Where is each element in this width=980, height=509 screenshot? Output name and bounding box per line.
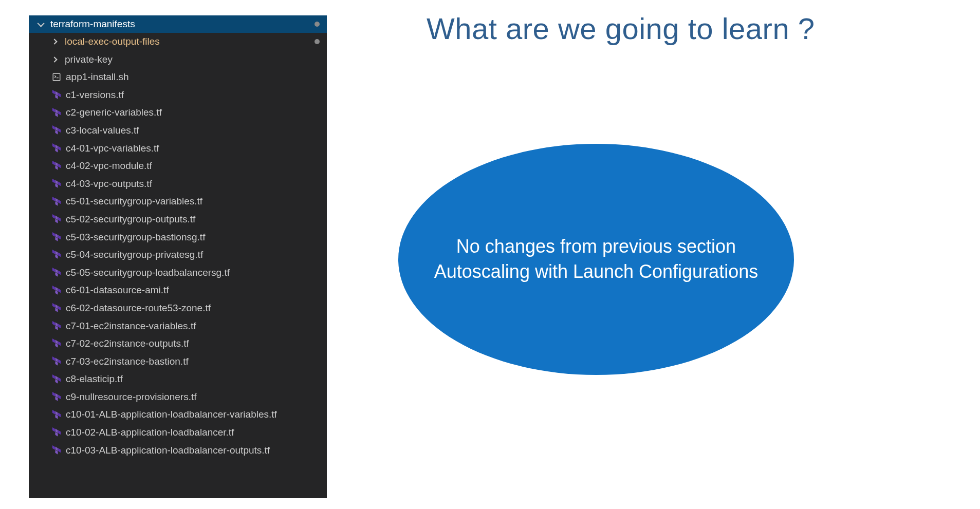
terraform-icon <box>51 214 62 224</box>
terraform-icon <box>51 108 62 118</box>
chevron-right-icon <box>51 56 57 62</box>
terraform-icon <box>51 161 62 171</box>
terraform-icon <box>51 90 62 100</box>
file-item[interactable]: c7-01-ec2instance-variables.tf <box>29 317 327 335</box>
svg-rect-0 <box>53 74 60 81</box>
file-item[interactable]: c7-03-ec2instance-bastion.tf <box>29 353 327 371</box>
file-item[interactable]: c5-03-securitygroup-bastionsg.tf <box>29 229 327 247</box>
terraform-icon <box>51 303 62 313</box>
terraform-icon <box>51 232 62 242</box>
terraform-icon <box>51 374 62 385</box>
file-label: app1-install.sh <box>66 70 129 84</box>
file-label: c4-03-vpc-outputs.tf <box>66 177 152 191</box>
file-label: c10-02-ALB-application-loadbalancer.tf <box>66 426 234 440</box>
file-label: c4-01-vpc-variables.tf <box>66 142 159 156</box>
ellipse-text-line2: Autoscaling with Launch Configurations <box>434 259 758 285</box>
file-label: c3-local-values.tf <box>66 124 139 138</box>
terraform-icon <box>51 179 62 189</box>
file-item[interactable]: c5-05-securitygroup-loadbalancersg.tf <box>29 264 327 282</box>
file-label: c6-01-datasource-ami.tf <box>66 284 169 297</box>
file-label: c7-01-ec2instance-variables.tf <box>66 319 196 333</box>
file-label: c7-03-ec2instance-bastion.tf <box>66 355 189 369</box>
file-label: c5-02-securitygroup-outputs.tf <box>66 213 195 227</box>
terraform-icon <box>51 268 62 278</box>
terraform-icon <box>51 143 62 154</box>
file-item[interactable]: c2-generic-variables.tf <box>29 104 327 122</box>
file-label: c2-generic-variables.tf <box>66 106 162 120</box>
slide-heading: What are we going to learn ? <box>427 11 815 46</box>
file-item[interactable]: c9-nullresource-provisioners.tf <box>29 388 327 406</box>
terraform-icon <box>51 338 62 349</box>
file-item[interactable]: c7-02-ec2instance-outputs.tf <box>29 335 327 353</box>
file-label: c5-04-securitygroup-privatesg.tf <box>66 248 203 262</box>
file-label: c5-05-securitygroup-loadbalancersg.tf <box>66 266 230 280</box>
file-item[interactable]: c5-01-securitygroup-variables.tf <box>29 193 327 211</box>
file-item[interactable]: c10-01-ALB-application-loadbalancer-vari… <box>29 406 327 424</box>
file-item[interactable]: c4-01-vpc-variables.tf <box>29 140 327 158</box>
file-label: c6-02-datasource-route53-zone.tf <box>66 301 211 315</box>
folder-header-terraform-manifests[interactable]: terraform-manifests <box>29 15 327 33</box>
shell-script-icon <box>51 72 62 82</box>
subfolder-item[interactable]: local-exec-output-files <box>29 33 327 51</box>
file-item[interactable]: c5-02-securitygroup-outputs.tf <box>29 211 327 229</box>
file-label: c9-nullresource-provisioners.tf <box>66 390 197 404</box>
subfolder-label: local-exec-output-files <box>65 35 160 49</box>
terraform-icon <box>51 286 62 296</box>
file-label: c5-03-securitygroup-bastionsg.tf <box>66 231 205 244</box>
modified-indicator-icon <box>315 22 320 27</box>
file-item[interactable]: c3-local-values.tf <box>29 122 327 140</box>
terraform-icon <box>51 250 62 260</box>
file-item[interactable]: c5-04-securitygroup-privatesg.tf <box>29 246 327 264</box>
file-item[interactable]: c8-elasticip.tf <box>29 370 327 388</box>
file-item[interactable]: c6-02-datasource-route53-zone.tf <box>29 299 327 317</box>
terraform-icon <box>51 321 62 331</box>
file-explorer-panel: terraform-manifests local-exec-output-fi… <box>29 15 327 498</box>
file-label: c8-elasticip.tf <box>66 372 123 386</box>
terraform-icon <box>51 197 62 207</box>
chevron-right-icon <box>51 39 57 45</box>
terraform-icon <box>51 427 62 438</box>
info-ellipse: No changes from previous section Autosca… <box>398 144 794 375</box>
file-item[interactable]: c4-02-vpc-module.tf <box>29 157 327 175</box>
file-item[interactable]: app1-install.sh <box>29 68 327 86</box>
terraform-icon <box>51 410 62 420</box>
file-item[interactable]: c1-versions.tf <box>29 86 327 104</box>
file-label: c5-01-securitygroup-variables.tf <box>66 195 202 209</box>
subfolder-item[interactable]: private-key <box>29 51 327 69</box>
file-label: c10-03-ALB-application-loadbalancer-outp… <box>66 444 270 458</box>
subfolder-label: private-key <box>65 53 113 67</box>
terraform-icon <box>51 392 62 402</box>
ellipse-text-line1: No changes from previous section <box>434 234 758 259</box>
file-label: c10-01-ALB-application-loadbalancer-vari… <box>66 408 277 422</box>
file-item[interactable]: c10-02-ALB-application-loadbalancer.tf <box>29 424 327 442</box>
file-label: c4-02-vpc-module.tf <box>66 159 152 173</box>
terraform-icon <box>51 356 62 367</box>
terraform-icon <box>51 125 62 136</box>
file-item[interactable]: c4-03-vpc-outputs.tf <box>29 175 327 193</box>
file-label: c1-versions.tf <box>66 88 124 102</box>
chevron-down-icon <box>38 20 45 27</box>
folder-label: terraform-manifests <box>50 18 135 30</box>
file-item[interactable]: c6-01-datasource-ami.tf <box>29 281 327 299</box>
file-label: c7-02-ec2instance-outputs.tf <box>66 337 189 351</box>
terraform-icon <box>51 445 62 456</box>
file-item[interactable]: c10-03-ALB-application-loadbalancer-outp… <box>29 442 327 460</box>
modified-indicator-icon <box>315 39 320 44</box>
